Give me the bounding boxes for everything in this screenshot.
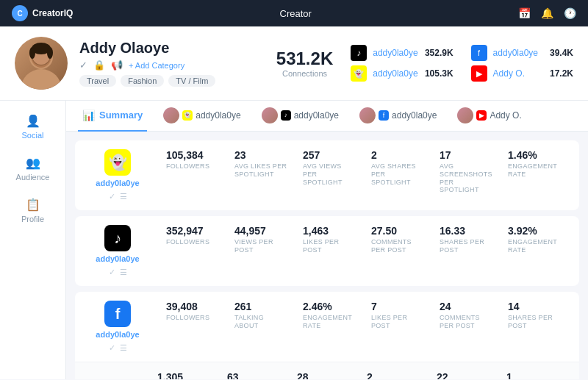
- tab-yt[interactable]: ▶ Addy O.: [453, 101, 526, 132]
- tab-yt-handle: Addy O.: [490, 110, 521, 121]
- tiktok-stat-label-5: ENGAGEMENT RATE: [508, 238, 562, 254]
- social-links: ♪ addy0la0ye 352.9K 👻 addy0la0ye 105.3K: [351, 45, 453, 82]
- add-category-button[interactable]: + Add Category: [129, 61, 184, 70]
- tab-snap-avatar: [163, 107, 179, 123]
- sidebar-item-social[interactable]: 👤 Social: [3, 107, 62, 147]
- check-icon: ✓: [109, 343, 115, 353]
- tiktok-platform-icon: ♪: [104, 225, 131, 251]
- fb-pstat-5: 14 SHARES PER POST: [501, 301, 569, 330]
- sidebar-label-audience: Audience: [16, 173, 50, 182]
- tiktok-creator-info: ♪ addy0la0ye ✓☰: [85, 225, 150, 277]
- snap-meta-icons: ✓☰: [109, 192, 127, 201]
- list-icon: ☰: [120, 268, 127, 277]
- tab-fb-handle: addy0la0ye: [392, 110, 437, 121]
- check-icon: ✓: [109, 192, 115, 201]
- tiktok-stat-2: 1,463 LIKES PER POST: [295, 225, 364, 254]
- yt-handle[interactable]: Addy O.: [493, 68, 525, 79]
- tiktok-stat-num-5: 3.92%: [508, 225, 562, 237]
- yt-count: 17.2K: [544, 68, 573, 79]
- svg-point-7: [47, 47, 53, 59]
- tab-snap-handle: addy0la0ye: [196, 110, 240, 121]
- sidebar-item-profile[interactable]: 📋 Profile: [3, 190, 62, 231]
- profile-actions: ✓ 🔒 📢 + Add Category: [79, 60, 265, 71]
- snap-stat-3: 2 AVG SHARES PER SPOTLIGHT: [364, 149, 432, 194]
- tab-summary-label: Summary: [99, 110, 143, 121]
- bell-icon[interactable]: 🔔: [541, 7, 553, 19]
- nav-icons: 📅 🔔 🕐: [518, 7, 576, 19]
- fb-sstat-1: 63 TOTAL VIDEOS: [220, 371, 290, 379]
- calendar-icon[interactable]: 📅: [518, 7, 531, 19]
- snap-handle[interactable]: addy0la0ye: [373, 68, 417, 79]
- fb-creator-name[interactable]: addy0la0ye: [96, 330, 139, 339]
- speaker-icon: 📢: [111, 60, 123, 71]
- yt-icon: ▶: [471, 65, 487, 82]
- logo[interactable]: C CreatorIQ: [12, 5, 73, 21]
- tabs-bar: 📊 Summary 👻 addy0la0ye ♪ addy0la0ye: [66, 101, 588, 132]
- snap-stat-1: 23 AVG LIKES PER SPOTLIGHT: [227, 149, 295, 194]
- tiktok-stat-4: 16.33 SHARES PER POST: [432, 225, 501, 254]
- tiktok-stat-num-0: 352,947: [166, 225, 220, 237]
- snap-platform-icon: 👻: [104, 149, 131, 176]
- tiktok-tab-icon: ♪: [281, 110, 291, 121]
- snap-creator-name[interactable]: addy0la0ye: [96, 179, 139, 187]
- tab-summary[interactable]: 📊 Summary: [78, 101, 147, 132]
- fb-handle[interactable]: addy0la0ye: [493, 48, 538, 58]
- fb-platform-icon: f: [104, 301, 131, 327]
- tab-fb[interactable]: f addy0la0ye: [355, 101, 441, 132]
- tiktok-stat-label-0: FOLLOWERS: [166, 238, 220, 246]
- fb-stats-primary: 39,408 FOLLOWERS 261 TALKING ABOUT 2.46%…: [159, 301, 569, 330]
- yt-stat: ▶ Addy O. 17.2K: [471, 65, 573, 82]
- tiktok-stat-label-1: VIEWS PER POST: [234, 238, 288, 254]
- tiktok-creator-row: ♪ addy0la0ye ✓☰ 352,947 FOLLOWERS 44,957…: [75, 216, 579, 286]
- profile-icon: 📋: [26, 198, 40, 212]
- tab-fb-avatar: [359, 107, 376, 123]
- snap-stat-label-5: ENGAGEMENT RATE: [508, 162, 562, 179]
- tag-travel[interactable]: Travel: [79, 75, 116, 87]
- tiktok-handle[interactable]: addy0la0ye: [373, 48, 417, 58]
- logo-text: CreatorIQ: [32, 8, 73, 18]
- tiktok-stat-label-3: COMMENTS PER POST: [371, 238, 425, 254]
- tiktok-creator-name[interactable]: addy0la0ye: [96, 254, 139, 263]
- fb-pstat-1: 261 TALKING ABOUT: [227, 301, 295, 330]
- tiktok-count: 352.9K: [424, 48, 453, 58]
- snap-tab-icon: 👻: [182, 110, 193, 121]
- snap-stat-label-1: AVG LIKES PER SPOTLIGHT: [234, 162, 288, 179]
- tab-tiktok-handle: addy0la0ye: [294, 110, 339, 121]
- snap-stat-label-3: AVG SHARES PER SPOTLIGHT: [371, 162, 425, 186]
- connections-total: 531.2K Connections: [276, 49, 333, 78]
- tiktok-icon: ♪: [351, 45, 367, 61]
- snap-icon: 👻: [351, 65, 367, 82]
- tab-tiktok[interactable]: ♪ addy0la0ye: [257, 101, 343, 132]
- tab-snap[interactable]: 👻 addy0la0ye: [159, 101, 245, 132]
- fb-pstat-3: 7 LIKES PER POST: [364, 301, 432, 330]
- page-title: Creator: [280, 8, 312, 19]
- fb-creator-row-primary: f addy0la0ye ✓☰ 39,408 FOLLOWERS 261 TAL…: [75, 292, 579, 362]
- clock-icon[interactable]: 🕐: [564, 7, 576, 19]
- sidebar: 👤 Social 👥 Audience 📋 Profile: [0, 101, 66, 379]
- audience-icon: 👥: [26, 156, 40, 170]
- fb-meta-icons: ✓☰: [109, 343, 127, 353]
- tiktok-creator-section: ♪ addy0la0ye ✓☰ 352,947 FOLLOWERS 44,957…: [75, 216, 579, 286]
- list-icon: ☰: [120, 192, 127, 201]
- tiktok-stat-num-3: 27.50: [371, 225, 425, 237]
- snap-stat-label-4: AVG SCREENSHOTS PER SPOTLIGHT: [440, 162, 493, 194]
- snap-stat-num-1: 23: [234, 149, 288, 161]
- social-links-2: f addy0la0ye 39.4K ▶ Addy O. 17.2K: [471, 45, 573, 82]
- sidebar-item-audience[interactable]: 👥 Audience: [3, 148, 62, 189]
- tiktok-stat-num-1: 44,957: [234, 225, 288, 237]
- fb-icon: f: [471, 45, 487, 61]
- fb-pstat-4: 24 COMMENTS PER POST: [432, 301, 501, 330]
- tiktok-stat-0: 352,947 FOLLOWERS: [159, 225, 227, 254]
- tiktok-stat-1: 44,957 VIEWS PER POST: [227, 225, 295, 254]
- snap-creator-info: 👻 addy0la0ye ✓☰: [85, 149, 150, 201]
- fb-creator-info: f addy0la0ye ✓☰: [85, 301, 150, 353]
- tab-tiktok-avatar: [262, 107, 278, 123]
- tag-tv[interactable]: TV / Film: [168, 75, 215, 87]
- tiktok-stat-label-4: SHARES PER POST: [440, 238, 493, 254]
- tag-fashion[interactable]: Fashion: [121, 75, 164, 87]
- tiktok-stat-label-2: LIKES PER POST: [303, 238, 356, 254]
- snap-stat-num-3: 2: [371, 149, 425, 161]
- fb-sstat-0: 1,305 VIDEO VIEWS: [150, 371, 220, 379]
- tiktok-stat-3: 27.50 COMMENTS PER POST: [364, 225, 432, 254]
- snap-stat-5: 1.46% ENGAGEMENT RATE: [501, 149, 569, 194]
